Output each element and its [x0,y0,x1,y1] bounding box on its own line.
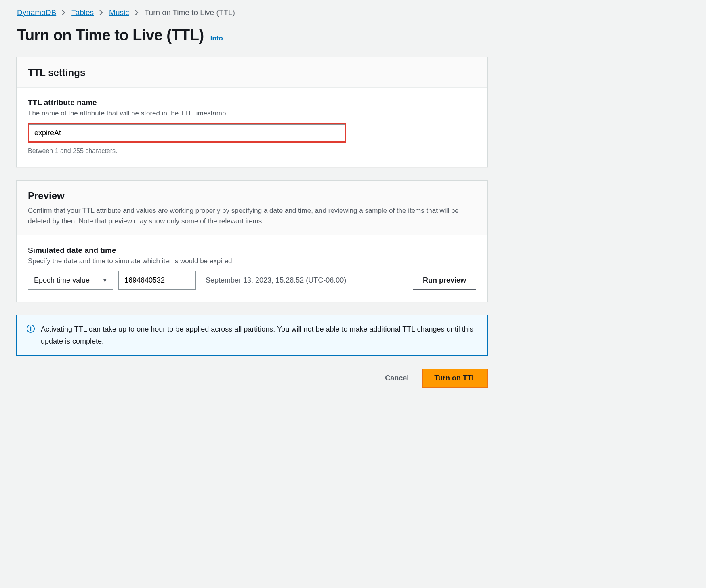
run-preview-button[interactable]: Run preview [413,271,476,290]
breadcrumb-link-music[interactable]: Music [109,8,129,17]
breadcrumb-link-tables[interactable]: Tables [71,8,94,17]
chevron-right-icon [62,10,66,15]
chevron-right-icon [99,10,103,15]
form-actions: Cancel Turn on TTL [16,369,488,388]
ttl-settings-title: TTL settings [28,67,476,78]
svg-point-1 [30,327,32,328]
sim-desc: Specify the date and time to simulate wh… [28,257,476,265]
resolved-time: September 13, 2023, 15:28:52 (UTC-06:00) [206,276,346,285]
panel-body: TTL attribute name The name of the attri… [17,88,487,167]
preview-title: Preview [28,190,476,202]
cancel-button[interactable]: Cancel [379,370,414,386]
page-title: Turn on Time to Live (TTL) [17,27,204,44]
sim-label: Simulated date and time [28,246,476,255]
sim-row: Epoch time value ▼ September 13, 2023, 1… [28,271,476,290]
preview-panel: Preview Confirm that your TTL attribute … [16,180,488,302]
page-header: Turn on Time to Live (TTL) Info [16,27,488,44]
info-link[interactable]: Info [210,34,223,42]
ttl-attr-desc: The name of the attribute that will be s… [28,109,476,118]
panel-header: Preview Confirm that your TTL attribute … [17,181,487,235]
svg-rect-2 [30,328,31,331]
chevron-right-icon [135,10,139,15]
info-alert: Activating TTL can take up to one hour t… [16,315,488,356]
turn-on-ttl-button[interactable]: Turn on TTL [422,369,488,388]
ttl-attr-help: Between 1 and 255 characters. [28,147,476,155]
epoch-input[interactable] [118,271,196,290]
preview-subtitle: Confirm that your TTL attribute and valu… [28,206,476,226]
ttl-settings-panel: TTL settings TTL attribute name The name… [16,57,488,167]
ttl-attr-input[interactable] [29,124,345,141]
ttl-attr-input-highlight [28,123,346,143]
caret-down-icon: ▼ [102,277,107,284]
panel-header: TTL settings [17,57,487,88]
breadcrumb: DynamoDB Tables Music Turn on Time to Li… [16,8,488,17]
time-format-selected-label: Epoch time value [34,276,90,285]
time-format-select[interactable]: Epoch time value ▼ [28,271,113,290]
info-icon [26,324,35,333]
ttl-attr-label: TTL attribute name [28,98,476,107]
info-alert-text: Activating TTL can take up to one hour t… [41,323,478,347]
breadcrumb-link-dynamodb[interactable]: DynamoDB [17,8,56,17]
panel-body: Simulated date and time Specify the date… [17,235,487,302]
breadcrumb-current: Turn on Time to Live (TTL) [145,8,235,17]
